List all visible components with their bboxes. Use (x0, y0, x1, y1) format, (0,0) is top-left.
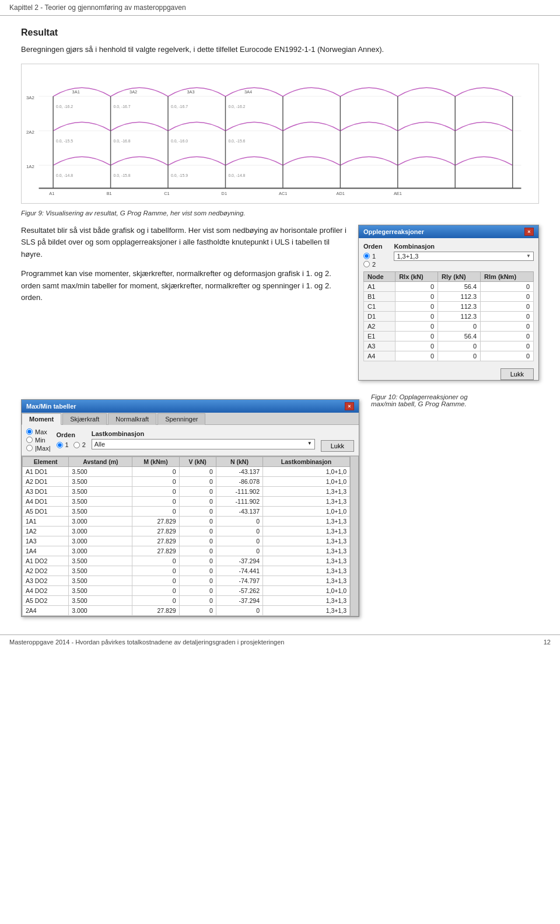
maxmin-table-row: A2 DO23.50000-74.4411,3+1,3 (23, 566, 350, 576)
opplager-dialog-title: Opplegerreaksjoner × (359, 225, 538, 238)
body-text-2: Programmet kan vise momenter, skjærkreft… (21, 268, 346, 304)
tab-moment[interactable]: Moment (22, 413, 61, 425)
figure9-caption: Figur 9: Visualisering av resultat, G Pr… (21, 210, 539, 217)
opplager-table-row: E1056.40 (364, 331, 534, 341)
maxmin-table-row: A1 DO23.50000-37.2941,3+1,3 (23, 556, 350, 566)
svg-text:0.0, -15.5: 0.0, -15.5 (56, 138, 73, 142)
lastkomb-label: Lastkombinasjon (92, 430, 315, 437)
maxmin-table-row: 2A43.00027.829001,3+1,3 (23, 605, 350, 615)
maxmin-table-row: 1A23.00027.829001,3+1,3 (23, 526, 350, 536)
maxmin-table-row: A3 DO13.50000-111.9021,3+1,3 (23, 486, 350, 496)
svg-rect-0 (22, 67, 538, 199)
svg-text:0.0, -15.6: 0.0, -15.6 (228, 138, 245, 142)
lastkomb-combo[interactable]: Alle ▼ (92, 439, 315, 449)
svg-text:AC1: AC1 (279, 191, 287, 196)
svg-text:B1: B1 (107, 191, 112, 196)
maxmin-data-table: ElementAvstand (m)M (kNm)V (kN)N (kN)Las… (22, 456, 350, 616)
lastkomb-arrow-icon: ▼ (307, 441, 312, 448)
opplager-dialog: Opplegerreaksjoner × Orden 1 2 (358, 225, 539, 381)
opplager-table-row: D10112.30 (364, 311, 534, 321)
footer-left: Masteroppgave 2014 - Hvordan påvirkes to… (9, 639, 284, 646)
svg-text:0.0, -16.2: 0.0, -16.2 (56, 104, 73, 108)
svg-text:3A1: 3A1 (72, 89, 80, 95)
opplager-table-row: A3000 (364, 341, 534, 351)
opplager-table-row: A2000 (364, 321, 534, 331)
svg-text:AD1: AD1 (336, 191, 344, 196)
orden-radio-1[interactable]: 1 (363, 253, 376, 260)
svg-text:0.0, -16.2: 0.0, -16.2 (228, 104, 245, 108)
filter-row: Max Min |Max| Orden (22, 425, 359, 456)
body-text: Resultatet blir så vist både grafisk og … (21, 225, 346, 305)
svg-text:2A2: 2A2 (26, 130, 34, 135)
svg-text:0.0, -15.9: 0.0, -15.9 (171, 173, 188, 177)
combo-arrow-icon: ▼ (526, 253, 531, 259)
orden-radio-2[interactable]: 2 (363, 261, 376, 268)
maxmin-table-row: A5 DO23.50000-37.2941,3+1,3 (23, 595, 350, 605)
opplager-table: NodeRlx (kN)Rly (kN)Rlm (kNm) A1056.40B1… (363, 271, 534, 361)
maxmin-radio-group: Max Min |Max| (26, 428, 51, 452)
maxmin-table-row: A3 DO23.50000-74.7971,3+1,3 (23, 576, 350, 585)
opplager-table-row: B10112.30 (364, 291, 534, 301)
maxmin-dialog: Max/Min tabeller × MomentSkjærkraftNorma… (21, 399, 359, 617)
opplager-table-row: A1056.40 (364, 281, 534, 291)
svg-text:3A3: 3A3 (187, 89, 195, 95)
maxmin-table-row: A2 DO13.50000-86.0781,0+1,0 (23, 476, 350, 486)
opplager-close-button[interactable]: × (524, 228, 534, 236)
orden-filter-1[interactable]: 1 (57, 441, 69, 448)
svg-text:D1: D1 (222, 191, 227, 196)
figure10-caption: Figur 10: Opplagerreaksjoner og max/min … (371, 393, 488, 407)
maxmin-table-row: 1A43.00027.829001,3+1,3 (23, 546, 350, 556)
footer-right: 12 (544, 639, 551, 646)
orden-filter-2[interactable]: 2 (74, 441, 86, 448)
svg-text:AE1: AE1 (394, 191, 402, 196)
maxmin-table-row: A4 DO13.50000-111.9021,3+1,3 (23, 496, 350, 506)
scrollbar[interactable] (350, 456, 358, 616)
maxmin-tabs: MomentSkjærkraftNormalkraftSpenninger (22, 413, 359, 425)
page-header: Kapittel 2 - Teorier og gjennomføring av… (0, 0, 560, 16)
lastkomb-section: Lastkombinasjon Alle ▼ (92, 430, 315, 449)
orden-filter-label: Orden (57, 431, 75, 438)
maxmin-table-container: ElementAvstand (m)M (kNm)V (kN)N (kN)Las… (22, 456, 359, 616)
maxmin-table-row: A4 DO23.50000-57.2621,0+1,0 (23, 585, 350, 595)
svg-text:0.0, -16.0: 0.0, -16.0 (171, 138, 188, 142)
svg-text:3A2: 3A2 (26, 95, 34, 100)
maxmin-table-row: 1A13.00027.829001,3+1,3 (23, 516, 350, 526)
max-radio[interactable]: Max (26, 428, 51, 435)
maxmin-table-row: 1A33.00027.829001,3+1,3 (23, 536, 350, 546)
svg-text:0.0, -14.8: 0.0, -14.8 (56, 173, 73, 177)
kombinasjon-combo[interactable]: 1,3+1,3 ▼ (394, 252, 534, 261)
svg-text:0.0, -16.7: 0.0, -16.7 (171, 104, 188, 108)
svg-text:0.0, -14.8: 0.0, -14.8 (228, 173, 245, 177)
min-radio[interactable]: Min (26, 437, 51, 444)
tab-normalkraft[interactable]: Normalkraft (108, 413, 156, 425)
section-title: Resultat (21, 27, 539, 38)
tab-skjærkraft[interactable]: Skjærkraft (62, 413, 107, 425)
orden-section: Orden 1 2 (57, 431, 86, 448)
orden-label: Orden (363, 243, 382, 250)
svg-text:0.0, -15.8: 0.0, -15.8 (114, 173, 131, 177)
maxmin-table-row: A1 DO13.50000-43.1371,0+1,0 (23, 466, 350, 476)
maxmin-dialog-title: Max/Min tabeller × (22, 400, 359, 413)
svg-text:3A2: 3A2 (130, 89, 137, 95)
header-title: Kapittel 2 - Teorier og gjennomføring av… (9, 4, 186, 12)
figure10-area: Figur 10: Opplagerreaksjoner og max/min … (371, 390, 488, 407)
opplager-lukk-button[interactable]: Lukk (501, 368, 534, 380)
maxmin-close-button[interactable]: × (345, 402, 354, 410)
opplager-table-row: A4000 (364, 351, 534, 361)
intro-text: Beregningen gjørs så i henhold til valgt… (21, 44, 539, 55)
maxmin-lukk-button[interactable]: Lukk (321, 440, 354, 452)
maxmin-table-row: A5 DO13.50000-43.1371,0+1,0 (23, 506, 350, 516)
diagram-figure9: 3A2 2A2 1A2 (21, 64, 539, 204)
tab-spenninger[interactable]: Spenninger (158, 413, 205, 425)
imax-radio[interactable]: |Max| (26, 445, 51, 452)
svg-text:C1: C1 (164, 191, 169, 196)
svg-text:0.0, -16.7: 0.0, -16.7 (114, 104, 131, 108)
body-text-1: Resultatet blir så vist både grafisk og … (21, 225, 346, 261)
svg-text:3A4: 3A4 (244, 89, 252, 95)
opplager-table-row: C10112.30 (364, 301, 534, 311)
svg-text:0.0, -16.8: 0.0, -16.8 (114, 138, 131, 142)
page-footer: Masteroppgave 2014 - Hvordan påvirkes to… (0, 634, 560, 649)
svg-text:A1: A1 (49, 191, 54, 196)
svg-text:1A2: 1A2 (26, 164, 34, 169)
kombinasjon-label: Kombinasjon (394, 243, 534, 250)
